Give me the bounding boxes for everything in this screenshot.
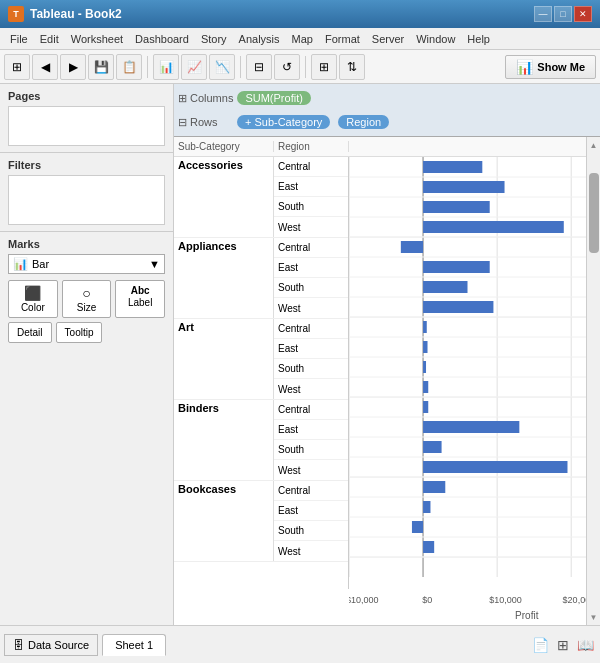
close-button[interactable]: ✕	[574, 6, 592, 22]
toolbar-chart2-btn[interactable]: 📈	[181, 54, 207, 80]
tooltip-button[interactable]: Tooltip	[56, 322, 103, 343]
toolbar-refresh-btn[interactable]: ↺	[274, 54, 300, 80]
toolbar-back-btn[interactable]: ◀	[32, 54, 58, 80]
color-icon: ⬛	[24, 285, 41, 301]
region-appliances-west: West	[274, 298, 348, 318]
menu-file[interactable]: File	[4, 32, 34, 46]
bar-appliances-central[interactable]	[401, 241, 423, 253]
new-story-icon[interactable]: 📖	[575, 635, 596, 655]
bar-accessories-central[interactable]	[423, 161, 482, 173]
region-list-appliances: Central East South West	[274, 238, 348, 318]
bar-binders-west[interactable]	[423, 461, 567, 473]
size-icon: ○	[82, 285, 90, 301]
scrollbar-up-btn[interactable]: ▲	[589, 137, 599, 153]
pages-content	[8, 106, 165, 146]
region-art-east: East	[274, 339, 348, 359]
separator-2	[240, 56, 241, 78]
region-text: Region	[346, 116, 381, 128]
chart-scrollbar[interactable]: ▲ ▼	[586, 137, 600, 625]
detail-button[interactable]: Detail	[8, 322, 52, 343]
toolbar-save-btn[interactable]: 💾	[88, 54, 114, 80]
chart-scroll[interactable]: Sub-Category Region Accessories Ce	[174, 137, 586, 625]
menu-story[interactable]: Story	[195, 32, 233, 46]
group-name-accessories: Accessories	[174, 157, 274, 237]
datasource-tab[interactable]: 🗄 Data Source	[4, 634, 98, 656]
bar-art-east[interactable]	[423, 341, 427, 353]
bar-art-south[interactable]	[423, 361, 426, 373]
show-me-button[interactable]: 📊 Show Me	[505, 55, 596, 79]
pages-section: Pages	[0, 84, 173, 153]
menu-dashboard[interactable]: Dashboard	[129, 32, 195, 46]
bar-accessories-west[interactable]	[423, 221, 564, 233]
bar-bookcases-east[interactable]	[423, 501, 430, 513]
subcategory-pill[interactable]: + Sub-Category	[237, 115, 330, 129]
region-list-bookcases: Central East South West	[274, 481, 348, 561]
marks-title: Marks	[8, 238, 165, 250]
bar-binders-east[interactable]	[423, 421, 519, 433]
new-sheet-icon[interactable]: 📄	[530, 635, 551, 655]
bar-art-central[interactable]	[423, 321, 427, 333]
marks-type-dropdown[interactable]: 📊 Bar ▼	[8, 254, 165, 274]
toolbar-table-btn[interactable]: ⊞	[311, 54, 337, 80]
color-button[interactable]: ⬛ Color	[8, 280, 58, 318]
new-dashboard-icon[interactable]: ⊞	[555, 635, 571, 655]
bar-art-west[interactable]	[423, 381, 428, 393]
dropdown-arrow-icon: ▼	[149, 258, 160, 270]
menu-edit[interactable]: Edit	[34, 32, 65, 46]
toolbar-filter-btn[interactable]: ⊟	[246, 54, 272, 80]
x-label-10k: $10,000	[489, 595, 522, 605]
toolbar-swap-btn[interactable]: ⇅	[339, 54, 365, 80]
datasource-icon: 🗄	[13, 639, 24, 651]
bar-appliances-south[interactable]	[423, 281, 467, 293]
group-appliances: Appliances Central East South West	[174, 238, 348, 319]
shelf-area: ⊞ Columns SUM(Profit) ⊟ Rows + Sub-Categ…	[174, 84, 600, 137]
show-me-icon: 📊	[516, 59, 533, 75]
subcategory-text: Sub-Category	[254, 116, 322, 128]
bar-bookcases-central[interactable]	[423, 481, 445, 493]
separator-3	[305, 56, 306, 78]
scrollbar-down-btn[interactable]: ▼	[589, 609, 599, 625]
bar-bookcases-west[interactable]	[423, 541, 434, 553]
menu-worksheet[interactable]: Worksheet	[65, 32, 129, 46]
toolbar-chart-btn[interactable]: 📊	[153, 54, 179, 80]
bar-accessories-east[interactable]	[423, 181, 504, 193]
region-pill[interactable]: Region	[338, 115, 389, 129]
maximize-button[interactable]: □	[554, 6, 572, 22]
bar-binders-central[interactable]	[423, 401, 428, 413]
menu-server[interactable]: Server	[366, 32, 410, 46]
app-icon: T	[8, 6, 24, 22]
sheet1-tab[interactable]: Sheet 1	[102, 634, 166, 656]
group-binders: Binders Central East South West	[174, 400, 348, 481]
toolbar-grid-btn[interactable]: ⊞	[4, 54, 30, 80]
minimize-button[interactable]: —	[534, 6, 552, 22]
menu-format[interactable]: Format	[319, 32, 366, 46]
bar-appliances-west[interactable]	[423, 301, 493, 313]
col-header-region: Region	[274, 141, 349, 152]
marks-row2: Detail Tooltip	[8, 322, 165, 343]
bar-bookcases-south[interactable]	[412, 521, 423, 533]
region-appliances-south: South	[274, 278, 348, 298]
region-art-central: Central	[274, 319, 348, 339]
bar-accessories-south[interactable]	[423, 201, 490, 213]
toolbar-forward-btn[interactable]: ▶	[60, 54, 86, 80]
menu-window[interactable]: Window	[410, 32, 461, 46]
size-button[interactable]: ○ Size	[62, 280, 112, 318]
scrollbar-thumb[interactable]	[589, 173, 599, 253]
x-axis: -$10,000 $0 $10,000 $20,000 Profit	[174, 589, 586, 625]
bar-appliances-east[interactable]	[423, 261, 490, 273]
bar-binders-south[interactable]	[423, 441, 442, 453]
menu-help[interactable]: Help	[461, 32, 496, 46]
chart-area: Sub-Category Region Accessories Ce	[174, 137, 600, 625]
sum-profit-pill[interactable]: SUM(Profit)	[237, 91, 310, 105]
menu-map[interactable]: Map	[286, 32, 319, 46]
menu-analysis[interactable]: Analysis	[233, 32, 286, 46]
label-button[interactable]: Abc Label	[115, 280, 165, 318]
columns-label: ⊞ Columns	[178, 92, 233, 105]
window-controls[interactable]: — □ ✕	[534, 6, 592, 22]
x-label-20k: $20,000	[563, 595, 586, 605]
toolbar-print-btn[interactable]: 📋	[116, 54, 142, 80]
toolbar-chart3-btn[interactable]: 📉	[209, 54, 235, 80]
svg-plot-area	[349, 157, 586, 589]
x-axis-title-text: Profit	[515, 610, 539, 621]
filters-section: Filters	[0, 153, 173, 232]
